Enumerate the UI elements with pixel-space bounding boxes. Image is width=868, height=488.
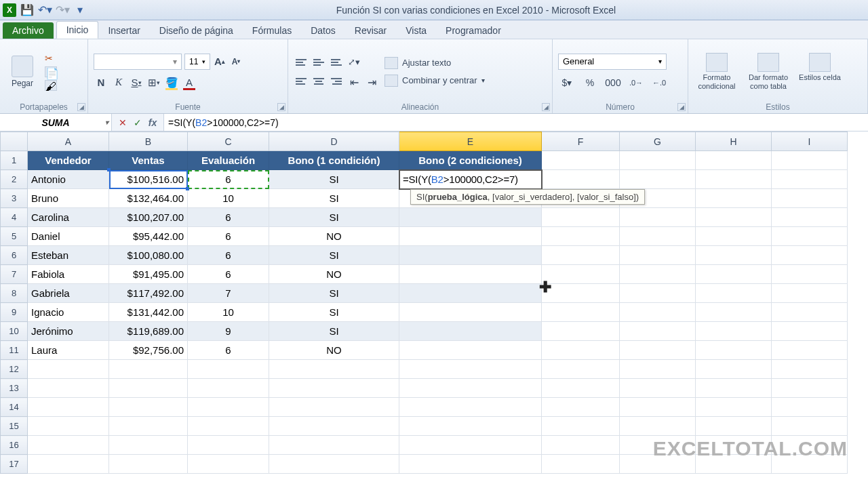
cell[interactable]: 7 bbox=[188, 284, 269, 303]
align-bottom-button[interactable] bbox=[329, 55, 344, 70]
align-middle-button[interactable] bbox=[311, 55, 326, 70]
cancel-formula-icon[interactable]: ✕ bbox=[116, 116, 130, 129]
cell[interactable]: NO bbox=[269, 265, 399, 284]
merge-center-button[interactable]: Combinar y centrar▾ bbox=[384, 75, 485, 87]
col-header-E[interactable]: E bbox=[399, 132, 542, 151]
cut-icon[interactable]: ✂ bbox=[45, 53, 57, 64]
tab-inicio[interactable]: Inicio bbox=[56, 21, 99, 39]
font-size-select[interactable]: 11▾ bbox=[184, 54, 210, 70]
tab-programador[interactable]: Programador bbox=[436, 22, 511, 39]
cell[interactable]: SI bbox=[269, 284, 399, 303]
cell[interactable]: NO bbox=[269, 227, 399, 246]
percent-button[interactable]: % bbox=[581, 75, 599, 90]
grow-font-icon[interactable]: A▴ bbox=[213, 55, 226, 68]
cell[interactable]: 6 bbox=[188, 341, 269, 360]
format-painter-icon[interactable]: 🖌 bbox=[45, 80, 57, 91]
cell[interactable]: 6 bbox=[188, 246, 269, 265]
undo-icon[interactable]: ↶▾ bbox=[38, 3, 52, 17]
cell[interactable]: 10 bbox=[188, 303, 269, 322]
cell[interactable]: 6 bbox=[188, 227, 269, 246]
cell[interactable]: 10 bbox=[188, 189, 269, 208]
cell[interactable]: Jerónimo bbox=[28, 322, 109, 341]
shrink-font-icon[interactable]: A▾ bbox=[229, 55, 243, 68]
cell[interactable]: Laura bbox=[28, 341, 109, 360]
align-center-button[interactable] bbox=[311, 74, 326, 89]
cell[interactable]: Fabiola bbox=[28, 265, 109, 284]
cell-styles-button[interactable]: Estilos celda bbox=[797, 53, 843, 89]
name-box[interactable]: SUMA▾ bbox=[0, 114, 112, 131]
cell[interactable]: $91,495.00 bbox=[109, 265, 188, 284]
cell-editing[interactable]: =SI(Y(B2>100000,C2>=7) bbox=[399, 170, 542, 189]
table-header[interactable]: Ventas bbox=[109, 151, 188, 170]
font-color-button[interactable]: A bbox=[182, 75, 197, 90]
cell[interactable] bbox=[399, 227, 542, 246]
tab-revisar[interactable]: Revisar bbox=[345, 22, 396, 39]
row-header[interactable]: 4 bbox=[1, 208, 28, 227]
row-header[interactable]: 16 bbox=[1, 436, 28, 455]
increase-indent-button[interactable]: ⇥ bbox=[364, 74, 379, 89]
bold-button[interactable]: N bbox=[94, 75, 108, 90]
paste-button[interactable]: Pegar bbox=[5, 56, 39, 88]
orientation-button[interactable]: ⤢▾ bbox=[347, 55, 361, 70]
table-header[interactable]: Evaluación bbox=[188, 151, 269, 170]
cell[interactable]: $119,689.00 bbox=[109, 322, 188, 341]
cell[interactable]: $100,207.00 bbox=[109, 208, 188, 227]
tab-vista[interactable]: Vista bbox=[396, 22, 436, 39]
cell[interactable]: $131,442.00 bbox=[109, 303, 188, 322]
col-header-F[interactable]: F bbox=[542, 132, 620, 151]
cell[interactable]: Ignacio bbox=[28, 303, 109, 322]
tab-insertar[interactable]: Insertar bbox=[98, 22, 149, 39]
qat-customize-icon[interactable]: ▾ bbox=[73, 3, 87, 17]
fx-button[interactable]: fx bbox=[146, 116, 159, 129]
cell[interactable]: $117,492.00 bbox=[109, 284, 188, 303]
cell[interactable]: SI bbox=[269, 170, 399, 189]
tab-archivo[interactable]: Archivo bbox=[3, 22, 54, 39]
cell[interactable] bbox=[399, 284, 542, 303]
redo-icon[interactable]: ↷▾ bbox=[56, 3, 69, 17]
row-header[interactable]: 7 bbox=[1, 265, 28, 284]
align-right-button[interactable] bbox=[329, 74, 344, 89]
cell[interactable] bbox=[399, 341, 542, 360]
row-header[interactable]: 14 bbox=[1, 398, 28, 417]
decrease-indent-button[interactable]: ⇤ bbox=[347, 74, 361, 89]
cell[interactable]: $100,516.00 bbox=[109, 170, 188, 189]
cell[interactable]: SI bbox=[269, 208, 399, 227]
spreadsheet-grid[interactable]: A B C D E F G H I 1 Vendedor Ventas Eval… bbox=[0, 131, 868, 474]
cell[interactable]: Gabriela bbox=[28, 284, 109, 303]
cell[interactable]: $100,080.00 bbox=[109, 246, 188, 265]
currency-button[interactable]: $▾ bbox=[558, 75, 576, 90]
row-header[interactable]: 6 bbox=[1, 246, 28, 265]
col-header-H[interactable]: H bbox=[696, 132, 772, 151]
row-header[interactable]: 3 bbox=[1, 189, 28, 208]
fuente-launcher-icon[interactable]: ◢ bbox=[277, 103, 285, 111]
row-header[interactable]: 11 bbox=[1, 341, 28, 360]
cell[interactable]: 9 bbox=[188, 322, 269, 341]
row-header[interactable]: 2 bbox=[1, 170, 28, 189]
alineacion-launcher-icon[interactable]: ◢ bbox=[542, 103, 550, 111]
row-header[interactable]: 1 bbox=[1, 151, 28, 170]
row-header[interactable]: 13 bbox=[1, 379, 28, 398]
cell[interactable]: SI bbox=[269, 303, 399, 322]
italic-button[interactable]: K bbox=[111, 75, 126, 90]
cell[interactable]: NO bbox=[269, 341, 399, 360]
row-header[interactable]: 15 bbox=[1, 417, 28, 436]
row-header[interactable]: 10 bbox=[1, 322, 28, 341]
col-header-B[interactable]: B bbox=[109, 132, 188, 151]
decrease-decimal-button[interactable]: ←.0 bbox=[650, 75, 668, 90]
cell[interactable]: SI bbox=[269, 322, 399, 341]
border-button[interactable]: ⊞▾ bbox=[146, 75, 161, 90]
portapapeles-launcher-icon[interactable]: ◢ bbox=[77, 103, 85, 111]
font-family-select[interactable]: ▾ bbox=[94, 54, 182, 70]
cell[interactable] bbox=[399, 265, 542, 284]
cell[interactable]: Esteban bbox=[28, 246, 109, 265]
comma-button[interactable]: 000 bbox=[604, 75, 622, 90]
cell[interactable]: Antonio bbox=[28, 170, 109, 189]
select-all-button[interactable] bbox=[1, 132, 28, 151]
align-left-button[interactable] bbox=[294, 74, 309, 89]
row-header[interactable]: 5 bbox=[1, 227, 28, 246]
increase-decimal-button[interactable]: .0→ bbox=[627, 75, 645, 90]
tab-formulas[interactable]: Fórmulas bbox=[243, 22, 301, 39]
col-header-C[interactable]: C bbox=[188, 132, 269, 151]
conditional-formatting-button[interactable]: Formato condicional bbox=[694, 53, 740, 89]
cell[interactable] bbox=[399, 208, 542, 227]
